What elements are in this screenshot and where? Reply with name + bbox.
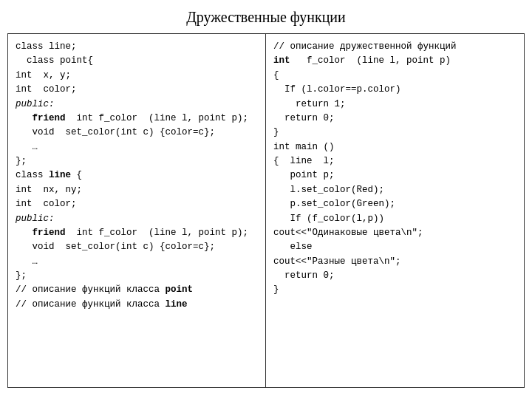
code-line: p.set_color(Green); [273, 197, 516, 211]
code-line: }; [16, 154, 258, 168]
content-wrapper: class line; class point{int x, y;int col… [7, 33, 525, 388]
code-line: friend int f_color (line l, point p); [16, 226, 258, 240]
code-line: else [273, 240, 516, 254]
code-line: public: [16, 212, 258, 226]
code-line: cout<<"Разные цвета\n"; [273, 255, 516, 269]
code-line: } [273, 283, 516, 297]
code-line: int color; [16, 83, 258, 97]
code-line: If (f_color(l,p)) [273, 212, 516, 226]
code-line: … [16, 140, 258, 154]
code-line: public: [16, 98, 258, 112]
code-line: class line { [16, 168, 258, 183]
code-line: } [273, 126, 516, 140]
code-line: }; [16, 269, 258, 283]
code-line: // описание функций класса line [16, 298, 258, 312]
page-title: Дружественные функции [0, 0, 532, 33]
code-line: int f_color (line l, point p) [273, 54, 516, 68]
code-line: // описание дружественной функций [273, 40, 516, 54]
code-line: point p; [273, 168, 516, 183]
code-line: int nx, ny; [16, 183, 258, 197]
code-line: return 0; [273, 112, 516, 126]
code-line: cout<<"Одинаковые цвета\n"; [273, 226, 516, 240]
code-line: friend int f_color (line l, point p); [16, 112, 258, 126]
code-line: void set_color(int c) {color=c}; [16, 126, 258, 140]
code-line: int main () [273, 140, 516, 154]
code-line: void set_color(int c) {color=c}; [16, 240, 258, 254]
code-line: { line l; [273, 154, 516, 168]
code-line: return 0; [273, 269, 516, 283]
left-panel: class line; class point{int x, y;int col… [8, 34, 266, 387]
code-line: If (l.color==p.color) [273, 83, 516, 97]
code-line: return 1; [273, 98, 516, 112]
code-line: class line; [16, 40, 258, 54]
code-line: … [16, 255, 258, 269]
code-line: // описание функций класса point [16, 283, 258, 297]
code-line: { [273, 69, 516, 83]
code-line: l.set_color(Red); [273, 183, 516, 197]
right-panel: // описание дружественной функцийint f_c… [266, 34, 524, 387]
code-line: int color; [16, 197, 258, 211]
code-line: class point{ [16, 54, 258, 68]
code-line: int x, y; [16, 69, 258, 83]
